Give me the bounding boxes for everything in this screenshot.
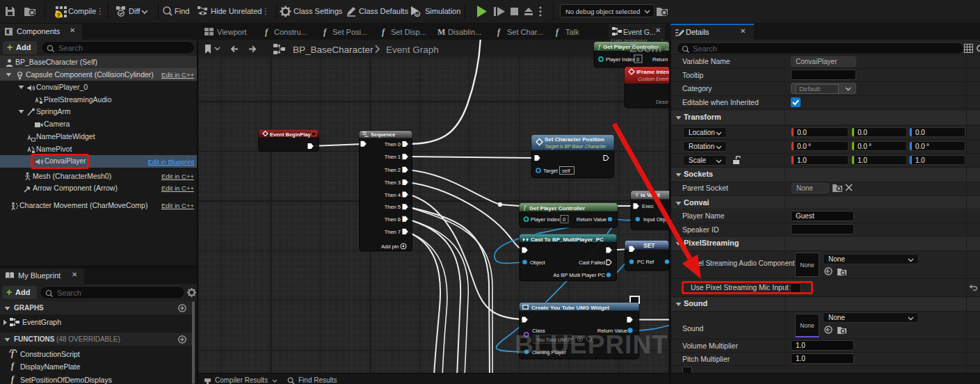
svg-text:Create You Tube UMG Widget: Create You Tube UMG Widget [531, 305, 609, 311]
svg-text:?: ? [56, 12, 61, 18]
svg-text:db: db [415, 13, 419, 17]
svg-text:Then 6: Then 6 [385, 216, 401, 223]
svg-text:IFrame Interac: IFrame Interac [636, 69, 669, 75]
svg-text:Then 5: Then 5 [385, 204, 401, 210]
svg-text:Cast To BP_MultiPlayer_PC: Cast To BP_MultiPlayer_PC [531, 237, 604, 243]
svg-text:Target: Target [543, 168, 559, 174]
svg-text:Exec: Exec [642, 203, 654, 209]
svg-text:?: ? [635, 192, 638, 198]
svg-text:Cast Failed: Cast Failed [579, 259, 605, 266]
svg-text:Return V: Return V [652, 56, 669, 63]
svg-text:Sequence: Sequence [371, 131, 395, 138]
svg-text:Add pin: Add pin [381, 243, 399, 250]
svg-text:Event BeginPlay: Event BeginPlay [270, 131, 312, 138]
svg-text:0: 0 [563, 216, 565, 223]
svg-text:Player Index: Player Index [531, 216, 560, 223]
svg-text:Object: Object [530, 259, 546, 266]
svg-text:0: 0 [636, 56, 639, 63]
svg-text:Descr: Descr [656, 99, 669, 104]
svg-text:Set Character Position: Set Character Position [545, 136, 604, 143]
svg-text:Is Valid: Is Valid [641, 192, 660, 198]
svg-text:Then 3: Then 3 [385, 179, 401, 186]
svg-text:Then 1: Then 1 [385, 154, 401, 160]
svg-text:Input Object: Input Object [643, 216, 669, 223]
svg-text:Event Graph: Event Graph [386, 45, 439, 55]
svg-text:Zoom -2: Zoom -2 [629, 42, 669, 55]
svg-text:ƒ: ƒ [597, 43, 601, 50]
svg-text:Then 7: Then 7 [385, 229, 401, 235]
svg-text:Then 0: Then 0 [385, 141, 401, 147]
svg-text:Then 2: Then 2 [385, 167, 401, 173]
svg-text:Return Value: Return Value [577, 216, 607, 223]
svg-text:BLUEPRINT: BLUEPRINT [515, 330, 668, 359]
svg-text:PC Ref: PC Ref [637, 259, 654, 265]
svg-text:self: self [562, 168, 571, 174]
svg-text:ƒ: ƒ [523, 204, 527, 211]
svg-text:Custom Event: Custom Event [638, 77, 669, 81]
svg-text:As BP Multi Player PC: As BP Multi Player PC [554, 272, 606, 278]
svg-text:Player Index: Player Index [606, 56, 635, 63]
svg-text:SET: SET [643, 242, 655, 249]
svg-text:Get Player Controller: Get Player Controller [529, 205, 585, 211]
svg-text:Then 4: Then 4 [385, 192, 401, 198]
svg-text:BP_BaseCharacter: BP_BaseCharacter [293, 45, 373, 55]
svg-text:Target is BP Base Character: Target is BP Base Character [545, 144, 607, 150]
